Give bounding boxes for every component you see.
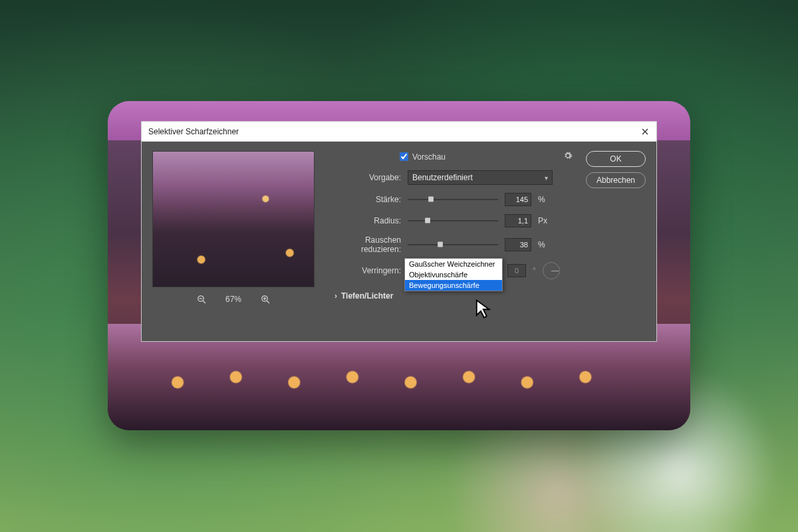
chevron-down-icon: ▾ [545,174,548,182]
strength-value[interactable] [505,193,531,206]
radius-unit: Px [538,216,550,225]
preview-checkbox[interactable]: Vorschau [400,152,446,162]
radius-slider[interactable] [408,215,498,227]
ok-button[interactable]: OK [586,151,646,167]
strength-slider[interactable] [408,194,498,205]
noise-slider[interactable] [408,239,498,251]
strength-unit: % [538,195,550,204]
preset-value: Benutzerdefiniert [412,173,473,182]
window-title: Selektiver Scharfzeichner [148,127,239,136]
titlebar: Selektiver Scharfzeichner [142,122,656,142]
zoom-out-icon[interactable] [196,294,207,305]
preset-label: Vorgabe: [327,173,401,182]
cancel-button[interactable]: Abbrechen [586,172,646,188]
shadows-highlights-section[interactable]: ›Tiefen/Lichter [334,291,646,301]
noise-value[interactable] [505,238,531,251]
reduce-option[interactable]: Bewegungsunschärfe [405,280,502,291]
reduce-label: Verringern: [327,266,401,275]
preview-checkbox-input[interactable] [400,152,408,161]
angle-value[interactable]: 0 [507,264,526,277]
strength-label: Stärke: [327,195,401,204]
close-icon[interactable] [640,127,650,136]
angle-wheel[interactable] [543,262,560,279]
reduce-dropdown-list: Gaußscher Weichzeichner Objektivunschärf… [404,258,503,291]
noise-unit: % [538,240,550,249]
noise-label: Rauschen reduzieren: [327,235,401,254]
dialog-window: Selektiver Scharfzeichner 67% [141,121,657,342]
radius-label: Radius: [327,216,401,225]
svg-line-4 [267,301,269,303]
reduce-option[interactable]: Gaußscher Weichzeichner [405,259,502,269]
radius-value[interactable] [505,214,531,227]
gear-icon[interactable] [563,151,573,162]
reduce-option[interactable]: Objektivunschärfe [405,269,502,280]
degree-symbol: ° [533,266,536,275]
preview-checkbox-label: Vorschau [412,152,446,162]
svg-line-1 [203,301,205,303]
zoom-in-icon[interactable] [260,294,271,305]
zoom-level: 67% [225,295,241,304]
preset-select[interactable]: Benutzerdefiniert ▾ [408,170,553,185]
preview-thumbnail [152,151,315,287]
disclosure-triangle-icon: › [334,291,337,301]
screenshot-card: Selektiver Scharfzeichner 67% [108,101,690,430]
